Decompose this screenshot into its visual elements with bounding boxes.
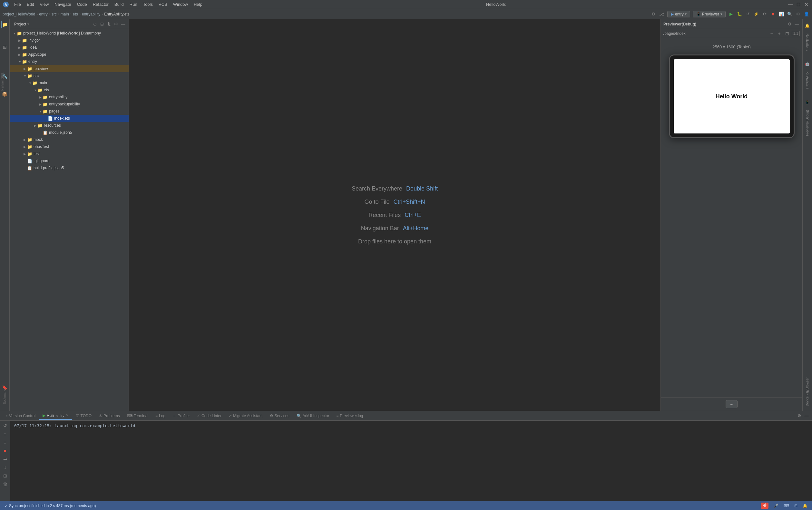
menu-code[interactable]: Code [75, 1, 90, 8]
menu-help[interactable]: Help [191, 1, 205, 8]
coverage-icon[interactable]: 📊 [779, 11, 784, 17]
status-keyboard-icon[interactable]: ⌨ [782, 503, 791, 509]
run-icon[interactable]: ▶ [728, 11, 734, 17]
tab-todo[interactable]: ☑ TODO [72, 412, 95, 419]
tree-item-preview[interactable]: ▶ 📁 .preview [10, 65, 128, 72]
breadcrumb-entryability[interactable]: entryability [82, 12, 100, 17]
panel-settings-icon[interactable]: ⚙ [113, 21, 119, 27]
console-filter-icon[interactable]: ⊞ [2, 472, 9, 479]
debug-icon[interactable]: 🐛 [736, 11, 743, 17]
reload-icon[interactable]: ↺ [745, 11, 751, 17]
menu-build[interactable]: Build [112, 1, 126, 8]
run-tab-close[interactable]: ✕ [66, 413, 69, 418]
maximize-button[interactable]: □ [795, 1, 802, 8]
console-refresh-icon[interactable]: ↺ [2, 422, 9, 429]
tree-item-build-profile[interactable]: ▶ 📋 build-profile.json5 [10, 164, 128, 171]
branch-icon[interactable]: ⎇ [659, 11, 665, 17]
tree-item-mock[interactable]: ▶ 📁 mock [10, 136, 128, 143]
menu-navigate[interactable]: Navigate [52, 1, 74, 8]
hot-reload2-icon[interactable]: ⟳ [762, 11, 767, 17]
tree-item-appscope[interactable]: ▶ 📁 AppScope [10, 51, 128, 58]
zoom-in-icon[interactable]: + [776, 30, 783, 37]
sort-icon[interactable]: ⇅ [106, 21, 112, 27]
panel-close-icon[interactable]: — [120, 21, 126, 27]
sdk-icon[interactable]: 📦 [1, 90, 9, 98]
project-dropdown[interactable]: Project ▾ [12, 21, 31, 27]
tree-item-main[interactable]: ▾ 📁 main [10, 79, 128, 86]
project-icon[interactable]: 📁 [1, 21, 9, 28]
status-sougou[interactable]: 英 [759, 502, 771, 509]
tab-migrate-assistant[interactable]: ↗ Migrate Assistant [225, 412, 266, 419]
previewer-debug-icon[interactable]: 📱 [804, 98, 811, 106]
console-down-icon[interactable]: ↓ [2, 439, 9, 446]
breadcrumb-entry[interactable]: entry [39, 12, 48, 17]
console-wrap-icon[interactable]: ⇌ [2, 455, 9, 463]
tree-item-gitignore[interactable]: ▶ 📄 .gitignore [10, 157, 128, 164]
tree-item-src[interactable]: ▾ 📁 src [10, 72, 128, 79]
partner-sdk-label[interactable]: Partner SDK [1, 73, 4, 91]
collapse-all-icon[interactable]: ⊟ [99, 21, 105, 27]
zoom-fit-icon[interactable]: ⊡ [784, 30, 790, 37]
search-icon[interactable]: 🔍 [787, 11, 793, 17]
menu-edit[interactable]: Edit [24, 1, 36, 8]
tab-terminal[interactable]: ⌨ Terminal [124, 412, 151, 419]
tree-item-test[interactable]: ▶ 📁 test [10, 150, 128, 157]
tree-item-module-json5[interactable]: ▶ 📋 module.json5 [10, 129, 128, 136]
tree-item-resources[interactable]: ▶ 📁 resources [10, 122, 128, 129]
structure-icon[interactable]: ⊞ [1, 43, 9, 51]
menu-window[interactable]: Window [171, 1, 191, 8]
menu-vcs[interactable]: VCS [156, 1, 170, 8]
menu-view[interactable]: View [37, 1, 51, 8]
tree-item-pages[interactable]: ▾ 📁 pages [10, 108, 128, 115]
tab-version-control[interactable]: ↕ Version Control [3, 412, 39, 419]
previewer-debug-label[interactable]: Previewer(Debug) [805, 109, 810, 137]
status-notification-icon[interactable]: 🔔 [801, 503, 809, 509]
kit-assistant-label[interactable]: Kit Assistant [805, 70, 810, 90]
run-entry-button[interactable]: ▶ entry ▾ [667, 11, 690, 18]
bottom-minimize-icon[interactable]: — [804, 413, 809, 419]
notifications-label[interactable]: Notifications [805, 32, 810, 52]
settings-icon[interactable]: ⚙ [650, 11, 656, 17]
tree-item-entry[interactable]: ▾ 📁 entry [10, 58, 128, 65]
tab-code-linter[interactable]: ✓ Code Linter [194, 412, 225, 419]
global-settings-icon[interactable]: ⚙ [795, 11, 801, 17]
tree-item-hvigor[interactable]: ▶ 📁 .hvigor [10, 37, 128, 44]
tree-item-index-ets[interactable]: ▶ 📄 Index.ets [10, 115, 128, 122]
bookmarks-label[interactable]: Bookmarks [3, 388, 6, 404]
tree-item-entryability[interactable]: ▶ 📁 entryability [10, 93, 128, 101]
previewer-settings-icon[interactable]: ⚙ [787, 21, 793, 27]
tree-item-ets[interactable]: ▾ 📁 ets [10, 86, 128, 93]
tab-arkui-inspector[interactable]: 🔍 ArkUI Inspector [293, 412, 333, 419]
tree-item-ohostest[interactable]: ▶ 📁 ohosTest [10, 143, 128, 150]
profile-icon[interactable]: 👤 [804, 11, 809, 17]
menu-file[interactable]: File [11, 1, 24, 8]
bottom-settings-icon[interactable]: ⚙ [796, 413, 802, 419]
tab-previewer-log[interactable]: ≡ Previewer.log [333, 412, 366, 419]
console-scroll-icon[interactable]: ⤓ [2, 464, 9, 471]
menu-tools[interactable]: Tools [141, 1, 155, 8]
console-trash-icon[interactable]: 🗑 [2, 481, 9, 488]
previewer-button[interactable]: 📱 Previewer ▾ [693, 11, 726, 18]
tab-run[interactable]: ▶ Run entry ✕ [39, 412, 71, 420]
console-up-icon[interactable]: ↑ [2, 430, 9, 437]
status-grid-icon[interactable]: ⊞ [792, 503, 800, 509]
breadcrumb-ets[interactable]: ets [73, 12, 78, 17]
tree-item-entrybackupability[interactable]: ▶ 📁 entrybackupability [10, 101, 128, 108]
more-button[interactable]: ··· [726, 400, 737, 408]
breadcrumb-src[interactable]: src [52, 12, 57, 17]
status-mic-icon[interactable]: 🎤 [772, 503, 780, 509]
breadcrumb-main[interactable]: main [61, 12, 69, 17]
previewer-minimize-icon[interactable]: — [794, 21, 800, 27]
minimize-button[interactable]: — [787, 1, 794, 8]
notifications-icon[interactable]: 🔔 [804, 22, 811, 30]
zoom-out-icon[interactable]: − [768, 30, 775, 37]
menu-refactor[interactable]: Refactor [90, 1, 111, 8]
device-file-label[interactable]: Device File Browser [805, 376, 810, 407]
menu-run[interactable]: Run [127, 1, 140, 8]
close-button[interactable]: ✕ [803, 1, 809, 8]
locate-icon[interactable]: ⊙ [92, 21, 98, 27]
breadcrumb-file[interactable]: EntryAbility.ets [104, 12, 129, 17]
console-stop-icon[interactable]: ■ [2, 447, 9, 454]
tab-services[interactable]: ⚙ Services [267, 412, 293, 419]
tab-problems[interactable]: ⚠ Problems [95, 412, 123, 419]
